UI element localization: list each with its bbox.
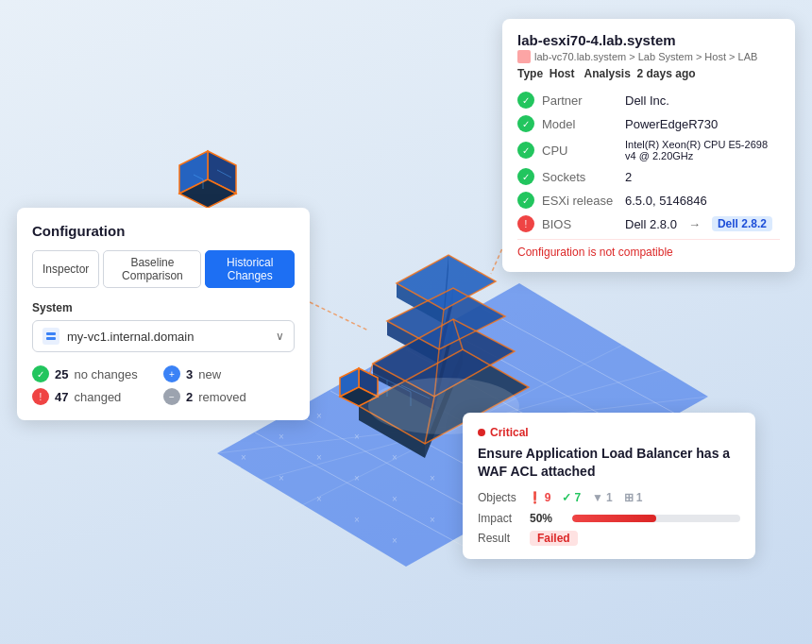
- minus-icon-gray: −: [163, 388, 180, 405]
- impact-bar-fill: [572, 515, 656, 522]
- svg-text:×: ×: [316, 452, 322, 463]
- svg-text:×: ×: [430, 473, 435, 483]
- system-label: System: [32, 301, 295, 314]
- stat-label-removed: removed: [198, 390, 246, 404]
- critical-title: Ensure Application Load Balancer has a W…: [478, 445, 740, 482]
- exclaim-icon-red: !: [32, 388, 49, 405]
- critical-panel: Critical Ensure Application Load Balance…: [463, 413, 755, 559]
- config-panel-title: Configuration: [32, 223, 295, 239]
- obj-red: ❗ 9: [528, 491, 551, 504]
- svg-rect-77: [46, 337, 56, 340]
- obj-grid: ⊞ 1: [624, 491, 643, 504]
- impact-percent: 50%: [530, 512, 563, 525]
- stat-count-removed: 2: [186, 390, 193, 404]
- svg-text:×: ×: [392, 535, 398, 546]
- host-analysis-label: Analysis: [584, 67, 630, 80]
- stats-grid: ✓ 25 no changes + 3 new ! 47 changed − 2…: [32, 365, 295, 405]
- host-type-label: Type: [517, 67, 543, 80]
- svg-text:×: ×: [279, 432, 284, 442]
- check-sockets: ✓: [517, 168, 534, 185]
- config-panel: Configuration Inspector Baseline Compari…: [17, 208, 310, 420]
- compat-error: Configuration is not compatible: [517, 239, 780, 259]
- svg-text:×: ×: [279, 473, 284, 483]
- svg-rect-76: [46, 332, 56, 335]
- host-row-bios: ! BIOS Dell 2.8.0 → Dell 2.8.2: [517, 215, 780, 232]
- stat-new: + 3 new: [163, 365, 295, 382]
- partner-key: Partner: [542, 93, 617, 108]
- check-partner: ✓: [517, 92, 534, 109]
- bios-old-val: Dell 2.8.0: [625, 217, 677, 231]
- chevron-down-icon: ∨: [276, 330, 284, 343]
- host-analysis-value: 2 days ago: [637, 67, 696, 80]
- host-row-esxi: ✓ ESXi release 6.5.0, 5146846: [517, 192, 780, 209]
- svg-text:×: ×: [241, 452, 246, 463]
- check-model: ✓: [517, 115, 534, 132]
- check-bios: !: [517, 215, 534, 232]
- stat-count-nochange: 25: [55, 367, 68, 381]
- result-row: Result Failed: [478, 531, 740, 546]
- svg-text:×: ×: [354, 473, 360, 483]
- result-label: Result: [478, 532, 520, 545]
- svg-text:×: ×: [354, 515, 360, 525]
- system-select[interactable]: my-vc1.internal.domain ∨: [32, 320, 295, 352]
- host-type-value: Host: [550, 67, 575, 80]
- bios-key: BIOS: [542, 217, 617, 231]
- obj-grid-count: 1: [636, 491, 643, 504]
- stat-no-changes: ✓ 25 no changes: [32, 365, 163, 382]
- obj-red-count: 9: [545, 491, 551, 504]
- host-panel: lab-esxi70-4.lab.system lab-vc70.lab.sys…: [502, 19, 795, 272]
- stat-count-new: 3: [186, 367, 193, 381]
- svg-text:×: ×: [392, 452, 398, 463]
- model-val: PowerEdgeR730: [625, 117, 718, 131]
- sockets-key: Sockets: [542, 170, 617, 184]
- host-breadcrumb: lab-vc70.lab.system > Lab System > Host …: [517, 50, 780, 63]
- svg-text:×: ×: [392, 494, 398, 504]
- critical-severity: Critical: [490, 426, 529, 439]
- svg-line-73: [310, 302, 368, 330]
- host-breadcrumb-text: lab-vc70.lab.system > Lab System > Host …: [534, 51, 757, 62]
- esxi-val: 6.5.0, 5146846: [625, 194, 707, 208]
- result-badge: Failed: [530, 531, 578, 546]
- host-row-model: ✓ Model PowerEdgeR730: [517, 115, 780, 132]
- host-title: lab-esxi70-4.lab.system: [517, 32, 780, 48]
- host-meta: Type Host Analysis 2 days ago: [517, 67, 780, 80]
- critical-badge: Critical: [478, 426, 740, 439]
- bios-arrow: →: [688, 217, 701, 231]
- svg-text:×: ×: [430, 515, 435, 525]
- impact-row: Impact 50%: [478, 512, 740, 525]
- check-cpu: ✓: [517, 142, 534, 159]
- esxi-key: ESXi release: [542, 194, 617, 208]
- host-row-sockets: ✓ Sockets 2: [517, 168, 780, 185]
- plus-icon-blue: +: [163, 365, 180, 382]
- tab-historical[interactable]: Historical Changes: [205, 250, 295, 288]
- check-esxi: ✓: [517, 192, 534, 209]
- svg-text:×: ×: [316, 494, 322, 504]
- objects-label: Objects: [478, 491, 516, 504]
- bios-new-val: Dell 2.8.2: [712, 216, 772, 231]
- obj-filter: ▼ 1: [592, 491, 613, 504]
- stat-count-changed: 47: [55, 390, 68, 404]
- stat-removed: − 2 removed: [163, 388, 295, 405]
- objects-row: Objects ❗ 9 ✓ 7 ▼ 1 ⊞ 1: [478, 491, 740, 504]
- tab-inspector[interactable]: Inspector: [32, 250, 99, 288]
- stat-label-changed: changed: [74, 390, 121, 404]
- check-icon-green: ✓: [32, 365, 49, 382]
- stat-changed: ! 47 changed: [32, 388, 163, 405]
- svg-text:×: ×: [316, 411, 322, 421]
- host-row-partner: ✓ Partner Dell Inc.: [517, 92, 780, 109]
- model-key: Model: [542, 117, 617, 131]
- tab-group: Inspector Baseline Comparison Historical…: [32, 250, 295, 288]
- host-row-cpu: ✓ CPU Intel(R) Xeon(R) CPU E5-2698 v4 @ …: [517, 139, 780, 161]
- cpu-key: CPU: [542, 144, 617, 158]
- obj-grid-icon: ⊞: [624, 491, 634, 504]
- impact-label: Impact: [478, 512, 520, 525]
- server-icon: [42, 328, 59, 345]
- impact-bar-track: [572, 515, 740, 522]
- partner-val: Dell Inc.: [625, 93, 669, 108]
- host-icon: [517, 50, 531, 63]
- obj-red-icon: ❗: [528, 491, 542, 504]
- stat-label-new: new: [198, 367, 221, 381]
- obj-green-count: 7: [574, 491, 581, 504]
- tab-baseline[interactable]: Baseline Comparison: [103, 250, 201, 288]
- obj-filter-count: 1: [606, 491, 613, 504]
